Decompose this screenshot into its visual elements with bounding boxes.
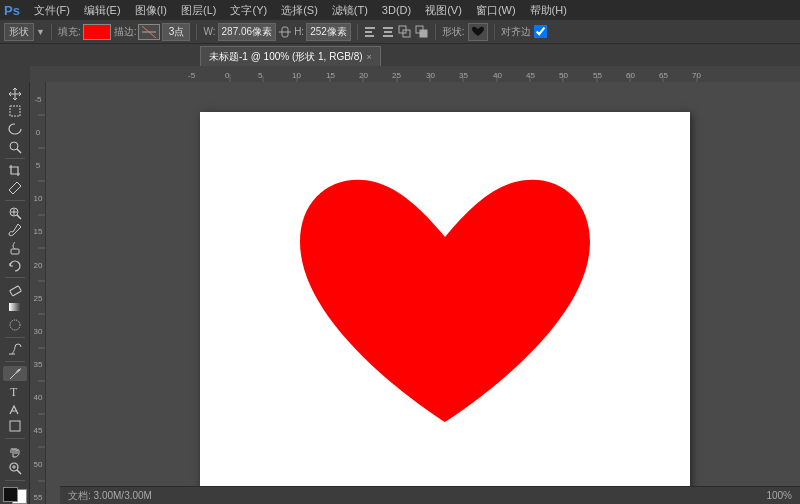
path-select-btn[interactable] — [3, 401, 27, 417]
separator-2 — [5, 200, 25, 201]
w-value[interactable]: 287.06像素 — [218, 23, 277, 41]
menu-3d[interactable]: 3D(D) — [376, 3, 417, 17]
h-label: H: — [294, 26, 304, 37]
h-value[interactable]: 252像素 — [306, 23, 351, 41]
svg-text:-5: -5 — [34, 95, 42, 104]
svg-text:T: T — [10, 385, 18, 398]
svg-text:35: 35 — [34, 360, 43, 369]
svg-text:30: 30 — [34, 327, 43, 336]
width-section: W: 287.06像素 — [203, 23, 276, 41]
hand-tool-btn[interactable] — [3, 443, 27, 459]
path-ops-icon[interactable] — [398, 25, 412, 39]
color-swatches — [3, 487, 27, 504]
svg-text:-5: -5 — [188, 71, 196, 80]
document-canvas — [200, 112, 690, 492]
svg-text:0: 0 — [225, 71, 230, 80]
align-center-icon[interactable] — [381, 25, 395, 39]
svg-text:35: 35 — [459, 71, 468, 80]
menu-help[interactable]: 帮助(H) — [524, 2, 573, 19]
lasso-tool-btn[interactable] — [3, 121, 27, 137]
eraser-btn[interactable] — [3, 282, 27, 298]
menu-layer[interactable]: 图层(L) — [175, 2, 222, 19]
text-tool-btn[interactable]: T — [3, 383, 27, 399]
w-label: W: — [203, 26, 215, 37]
menu-window[interactable]: 窗口(W) — [470, 2, 522, 19]
svg-text:15: 15 — [34, 227, 43, 236]
svg-rect-14 — [30, 66, 800, 82]
history-brush-btn[interactable] — [3, 258, 27, 274]
svg-rect-55 — [9, 286, 21, 296]
crop-tool-btn[interactable] — [3, 163, 27, 179]
clone-stamp-btn[interactable] — [3, 240, 27, 256]
gradient-btn[interactable] — [3, 300, 27, 316]
menu-select[interactable]: 选择(S) — [275, 2, 324, 19]
svg-point-47 — [10, 142, 18, 150]
ruler-left-svg: -5 0 5 10 15 20 25 30 35 40 45 50 55 — [30, 82, 46, 504]
healing-brush-btn[interactable] — [3, 205, 27, 221]
svg-line-63 — [17, 470, 21, 474]
divider-2 — [196, 24, 197, 40]
status-text: 文档: 3.00M/3.00M — [68, 489, 152, 503]
zoom-tool-btn[interactable] — [3, 461, 27, 477]
divider-1 — [51, 24, 52, 40]
separator-1 — [5, 158, 25, 159]
menu-text[interactable]: 文字(Y) — [224, 2, 273, 19]
tab-bar: 未标题-1 @ 100% (形状 1, RGB/8) × — [0, 44, 800, 66]
svg-text:40: 40 — [493, 71, 502, 80]
brush-tool-btn[interactable] — [3, 223, 27, 239]
fill-color-swatch[interactable] — [83, 24, 111, 40]
svg-rect-4 — [365, 27, 375, 29]
stroke-color-swatch[interactable] — [138, 24, 160, 40]
rectangular-marquee-btn[interactable] — [3, 104, 27, 120]
menu-image[interactable]: 图像(I) — [129, 2, 173, 19]
tool-preset: 形状 ▼ — [4, 23, 45, 41]
options-toolbar: 形状 ▼ 填充: 描边: 3点 W: 287.06像素 H: 252像素 形状:… — [0, 20, 800, 44]
menu-filter[interactable]: 滤镜(T) — [326, 2, 374, 19]
separator-5 — [5, 361, 25, 362]
separator-3 — [5, 277, 25, 278]
svg-rect-56 — [9, 303, 21, 311]
svg-rect-8 — [384, 31, 392, 33]
stroke-section: 描边: 3点 — [114, 23, 191, 41]
svg-text:25: 25 — [34, 294, 43, 303]
heart-shape — [200, 112, 690, 492]
align-edge-checkbox[interactable] — [534, 25, 547, 38]
tab-close-btn[interactable]: × — [367, 52, 372, 62]
dodge-btn[interactable] — [3, 342, 27, 358]
svg-text:30: 30 — [426, 71, 435, 80]
stroke-label: 描边: — [114, 25, 137, 39]
svg-text:15: 15 — [326, 71, 335, 80]
shape-tool-btn[interactable] — [3, 419, 27, 435]
svg-text:65: 65 — [659, 71, 668, 80]
shape-label: 形状: — [442, 25, 465, 39]
eyedropper-btn[interactable] — [3, 181, 27, 197]
separator-7 — [5, 480, 25, 481]
svg-point-57 — [10, 320, 20, 330]
menu-file[interactable]: 文件(F) — [28, 2, 76, 19]
path-ops-2-icon[interactable] — [415, 25, 429, 39]
svg-line-51 — [17, 215, 21, 219]
svg-text:10: 10 — [292, 71, 301, 80]
divider-4 — [435, 24, 436, 40]
stroke-value[interactable]: 3点 — [162, 23, 190, 41]
menu-edit[interactable]: 编辑(E) — [78, 2, 127, 19]
fg-color-swatch[interactable] — [3, 487, 18, 502]
blur-btn[interactable] — [3, 317, 27, 333]
move-tool-btn[interactable] — [3, 86, 27, 102]
svg-rect-13 — [420, 30, 427, 37]
svg-text:50: 50 — [34, 460, 43, 469]
svg-rect-61 — [10, 421, 20, 431]
svg-rect-9 — [383, 35, 393, 37]
link-wh-icon[interactable] — [279, 25, 291, 39]
align-left-icon[interactable] — [364, 25, 378, 39]
svg-text:60: 60 — [626, 71, 635, 80]
svg-rect-6 — [365, 35, 374, 37]
document-tab[interactable]: 未标题-1 @ 100% (形状 1, RGB/8) × — [200, 46, 381, 66]
shape-picker-btn[interactable] — [468, 23, 488, 41]
menu-view[interactable]: 视图(V) — [419, 2, 468, 19]
divider-5 — [494, 24, 495, 40]
pen-tool-btn[interactable] — [3, 366, 27, 382]
quick-select-btn[interactable] — [3, 139, 27, 155]
menu-bar: Ps 文件(F) 编辑(E) 图像(I) 图层(L) 文字(Y) 选择(S) 滤… — [0, 0, 800, 20]
shape-type-dropdown[interactable]: 形状 — [4, 23, 34, 41]
